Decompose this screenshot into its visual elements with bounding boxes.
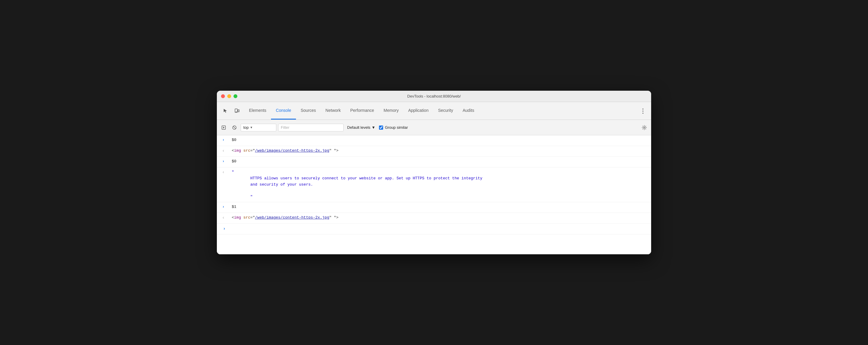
context-arrow-icon: ▼ — [250, 126, 253, 129]
tab-console[interactable]: Console — [271, 102, 296, 120]
traffic-lights — [221, 94, 237, 98]
title-bar: DevTools - localhost:8080/web/ — [217, 91, 651, 102]
tab-performance[interactable]: Performance — [345, 102, 379, 120]
prompt-gutter: › — [217, 159, 232, 164]
tab-sources[interactable]: Sources — [296, 102, 321, 120]
attr-name: src — [243, 148, 250, 153]
close-button[interactable] — [221, 94, 225, 98]
block-icon — [232, 125, 237, 130]
console-row: › $0 — [217, 157, 651, 167]
tab-security[interactable]: Security — [433, 102, 458, 120]
return-arrow-icon: ‹ — [222, 170, 225, 175]
clear-console-button[interactable] — [219, 123, 228, 132]
settings-button[interactable] — [640, 123, 649, 132]
svg-point-7 — [644, 127, 645, 128]
gear-icon — [642, 125, 647, 130]
devtools-window: DevTools - localhost:8080/web/ — [217, 91, 651, 254]
minimize-button[interactable] — [227, 94, 231, 98]
console-input-row: › — [217, 224, 651, 234]
prompt-symbol: › — [222, 159, 225, 164]
row-content: $0 — [232, 159, 651, 165]
tab-memory[interactable]: Memory — [379, 102, 404, 120]
tab-bar-icons — [218, 102, 244, 120]
prompt-gutter: › — [217, 137, 232, 142]
group-similar-checkbox[interactable] — [379, 126, 383, 130]
tab-bar-right: ⋮ — [636, 102, 650, 120]
attr-name: src — [243, 215, 250, 220]
row-content: $0 — [232, 137, 651, 143]
return-gutter: ‹ — [217, 148, 232, 153]
tag-name: img — [234, 148, 241, 153]
console-row: ‹ <img src="/web/images/content-https-2x… — [217, 213, 651, 224]
console-output[interactable]: › $0 ‹ <img src="/web/images/content-htt… — [217, 135, 651, 254]
svg-line-6 — [233, 126, 236, 129]
tabs-list: Elements Console Sources Network Perform… — [244, 102, 636, 120]
tab-network[interactable]: Network — [321, 102, 345, 120]
context-selector[interactable]: top ▼ — [241, 124, 276, 131]
no-entry-button[interactable] — [230, 123, 239, 132]
tab-audits[interactable]: Audits — [458, 102, 479, 120]
return-arrow-icon: ‹ — [222, 148, 225, 153]
console-row: › $1 — [217, 202, 651, 213]
tag-open: < — [232, 215, 234, 220]
tab-application[interactable]: Application — [403, 102, 433, 120]
console-input[interactable] — [232, 227, 651, 231]
return-gutter: ‹ — [217, 169, 232, 175]
levels-arrow-icon: ▼ — [372, 125, 375, 130]
row-content: $1 — [232, 204, 651, 210]
console-row: ‹ <img src="/web/images/content-https-2x… — [217, 146, 651, 157]
execute-icon — [221, 125, 226, 130]
multiline-string: " HTTPS allows users to securely connect… — [232, 170, 483, 199]
more-tabs-button[interactable]: ⋮ — [639, 106, 648, 116]
device-toolbar-button[interactable] — [232, 106, 242, 116]
row-content: " HTTPS allows users to securely connect… — [232, 169, 651, 200]
maximize-button[interactable] — [234, 94, 237, 98]
tag-name: img — [234, 215, 241, 220]
devtools-container: Elements Console Sources Network Perform… — [217, 102, 651, 254]
default-levels-button[interactable]: Default levels ▼ — [345, 124, 377, 131]
device-icon — [234, 108, 240, 114]
prompt-symbol: › — [222, 138, 225, 142]
console-value: $0 — [232, 138, 237, 142]
return-gutter: ‹ — [217, 215, 232, 220]
console-value: $1 — [232, 205, 237, 209]
console-value: $0 — [232, 159, 237, 164]
return-arrow-icon: ‹ — [222, 215, 225, 220]
inspect-element-button[interactable] — [220, 106, 230, 116]
svg-rect-1 — [238, 110, 239, 112]
group-similar-label[interactable]: Group similar — [379, 125, 408, 130]
console-row: ‹ " HTTPS allows users to securely conne… — [217, 167, 651, 202]
console-row: › $0 — [217, 135, 651, 146]
svg-marker-4 — [223, 127, 225, 128]
attr-value-link[interactable]: /web/images/content-https-2x.jpg — [255, 215, 329, 220]
console-toolbar: top ▼ Default levels ▼ Group similar — [217, 120, 651, 135]
filter-input[interactable] — [278, 124, 344, 131]
inspect-icon — [223, 108, 228, 114]
tab-bar: Elements Console Sources Network Perform… — [217, 102, 651, 120]
row-content: <img src="/web/images/content-https-2x.j… — [232, 215, 651, 221]
input-prompt-symbol: › — [223, 226, 225, 231]
tab-elements[interactable]: Elements — [244, 102, 271, 120]
prompt-symbol: › — [222, 205, 225, 209]
input-prompt: › — [217, 226, 232, 231]
row-content: <img src="/web/images/content-https-2x.j… — [232, 148, 651, 154]
attr-value-link[interactable]: /web/images/content-https-2x.jpg — [255, 148, 329, 153]
window-title: DevTools - localhost:8080/web/ — [407, 94, 461, 98]
tag-open: < — [232, 148, 234, 153]
prompt-gutter: › — [217, 204, 232, 209]
